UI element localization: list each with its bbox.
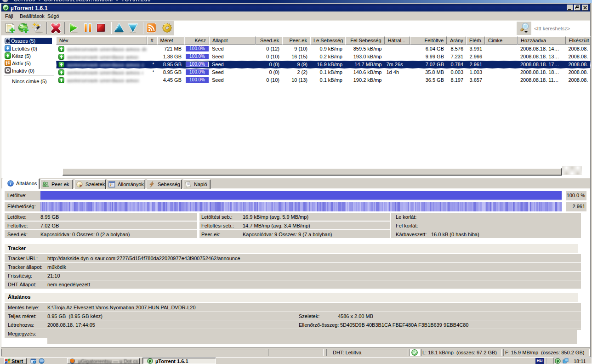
svg-text:µ: µ — [557, 359, 558, 363]
svg-text:i: i — [10, 181, 11, 186]
svg-text:µ: µ — [5, 6, 7, 10]
svg-text:µ: µ — [149, 359, 151, 363]
